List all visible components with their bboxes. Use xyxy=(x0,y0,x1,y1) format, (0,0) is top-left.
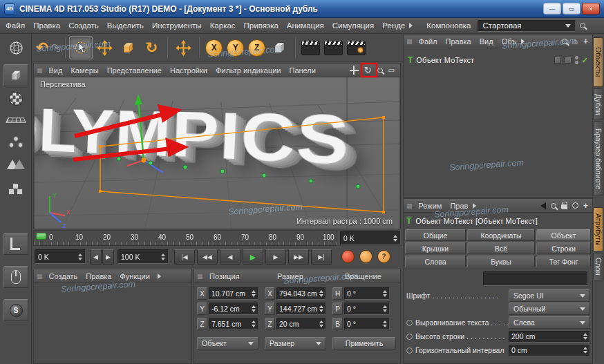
menu-edit[interactable]: Правка xyxy=(29,21,64,30)
add-icon[interactable]: + xyxy=(583,201,588,211)
spinner-arrows-icon[interactable] xyxy=(391,235,397,242)
camera-pan-icon[interactable] xyxy=(350,66,359,75)
om-menu-edit[interactable]: Правка xyxy=(442,37,475,46)
tab-object[interactable]: Объект xyxy=(536,229,591,241)
menu-snap[interactable]: Привязка xyxy=(240,21,283,30)
polygons-mode-button[interactable] xyxy=(0,183,32,195)
functions-menu[interactable]: Функции xyxy=(117,272,153,280)
menu-tools[interactable]: Инструменты xyxy=(148,21,206,30)
search-icon[interactable] xyxy=(580,23,585,28)
coordinate-system-button[interactable] xyxy=(267,36,291,59)
layout-select[interactable]: Стартовая xyxy=(478,20,576,32)
apply-button[interactable]: Применить xyxy=(332,337,396,349)
position-x-field[interactable]: 10.707 cm xyxy=(209,287,258,300)
lock-icon[interactable] xyxy=(561,204,567,209)
am-menu-edit[interactable]: Прав xyxy=(446,202,471,210)
position-mode-select[interactable]: Объект xyxy=(197,337,258,349)
next-key-button[interactable]: ▶▶ xyxy=(288,249,309,265)
minimize-button[interactable]: — xyxy=(543,3,561,15)
menu-overflow-arrow-icon[interactable] xyxy=(158,274,161,279)
redo-button[interactable]: ↷ xyxy=(51,41,60,54)
camera-label[interactable]: Перспектива xyxy=(40,80,86,88)
last-used-tool[interactable] xyxy=(171,36,195,59)
playhead-marker[interactable] xyxy=(36,233,46,240)
step-forward-button[interactable]: ▶ xyxy=(102,249,114,265)
am-menu-mode[interactable]: Режим xyxy=(415,202,446,210)
axis-mode-button[interactable] xyxy=(0,233,32,255)
viewport-navigation-button[interactable] xyxy=(0,266,32,288)
spinner-arrows-icon[interactable] xyxy=(581,333,587,340)
visibility-dots-icon[interactable] xyxy=(575,56,578,64)
menu-overflow-arrow-icon[interactable] xyxy=(473,203,476,209)
font-style-select[interactable]: Обычный xyxy=(509,303,590,315)
spinner-arrows-icon[interactable] xyxy=(317,320,323,327)
go-to-end-button[interactable]: ▶| xyxy=(311,249,332,265)
hspace-field[interactable]: 0 cm xyxy=(509,345,590,356)
menu-select[interactable]: Выделить xyxy=(103,21,148,30)
lock-x-axis-button[interactable]: X xyxy=(205,39,223,57)
camera-zoom-icon[interactable] xyxy=(377,68,383,73)
edges-mode-button[interactable] xyxy=(0,160,32,169)
spinner-arrows-icon[interactable] xyxy=(159,253,165,260)
om-menu-file[interactable]: Файл xyxy=(415,37,441,46)
undo-button[interactable]: ↶ xyxy=(36,39,48,56)
track-icon[interactable] xyxy=(572,202,578,209)
move-tool[interactable] xyxy=(93,36,116,59)
menu-render[interactable]: Ренде xyxy=(378,21,409,30)
play-button[interactable]: ▶ xyxy=(243,249,263,265)
timeline-ruler[interactable]: 0 10 20 30 40 50 60 70 80 90 100 xyxy=(33,230,337,246)
om-menu-view[interactable]: Вид xyxy=(476,37,497,46)
home-icon[interactable]: ⌂ xyxy=(573,37,578,46)
menu-overflow-arrow-icon[interactable] xyxy=(409,23,413,28)
layer-toggle-icon[interactable] xyxy=(565,57,572,64)
menu-file[interactable]: Файл xyxy=(1,21,29,30)
spinner-arrows-icon[interactable] xyxy=(249,305,256,312)
record-options-button[interactable]: ? xyxy=(377,250,390,263)
edit-menu[interactable]: Правка xyxy=(82,272,115,280)
menu-simulate[interactable]: Симуляция xyxy=(328,21,378,30)
spinner-arrows-icon[interactable] xyxy=(381,290,387,297)
om-menu-objects[interactable]: Объ xyxy=(498,37,520,46)
side-tab-objects[interactable]: Объекты xyxy=(593,37,603,87)
rotation-b-field[interactable]: 0 ° xyxy=(344,318,390,330)
side-tab-takes[interactable]: Дубли xyxy=(593,88,603,120)
live-selection-tool[interactable] xyxy=(69,36,93,59)
enabled-check-icon[interactable]: ✓ xyxy=(582,56,588,65)
rotation-h-field[interactable]: 0 ° xyxy=(344,287,390,300)
maximize-button[interactable]: ▭ xyxy=(563,3,581,15)
material-button[interactable]: S xyxy=(0,299,32,321)
grip-icon[interactable]: ▦ xyxy=(37,67,43,74)
rotation-p-field[interactable]: 0 ° xyxy=(344,303,390,315)
rotate-tool[interactable]: ↻ xyxy=(140,36,163,59)
size-z-field[interactable]: 20 cm xyxy=(276,318,326,330)
keyframe-dot-icon[interactable] xyxy=(406,334,413,340)
size-x-field[interactable]: 794.043 cm xyxy=(276,287,326,300)
grip-icon[interactable]: ▦ xyxy=(406,202,413,209)
tab-words[interactable]: Слова xyxy=(405,256,466,267)
viewport-menu-cameras[interactable]: Камеры xyxy=(67,66,102,75)
previous-key-button[interactable]: ◀◀ xyxy=(197,249,218,265)
create-menu[interactable]: Создать xyxy=(46,272,82,280)
add-icon[interactable]: + xyxy=(583,37,588,46)
layer-toggle-icon[interactable] xyxy=(554,57,561,64)
model-mode-button[interactable] xyxy=(0,64,32,86)
grip-icon[interactable]: ▦ xyxy=(406,38,413,45)
side-tab-browser[interactable]: Браузер библиоте xyxy=(593,122,603,196)
spinner-arrows-icon[interactable] xyxy=(317,305,323,312)
menu-create[interactable]: Создать xyxy=(64,21,103,30)
history-back-icon[interactable] xyxy=(540,202,546,209)
menu-mesh[interactable]: Каркас xyxy=(206,21,240,30)
viewport-menu-filter[interactable]: Фильтр индикации xyxy=(212,66,285,75)
position-z-field[interactable]: 7.651 cm xyxy=(209,318,258,330)
render-settings-button[interactable] xyxy=(347,41,366,55)
camera-rotate-icon[interactable]: ↻ xyxy=(364,67,372,74)
tab-all[interactable]: Всё xyxy=(467,242,535,254)
tab-coordinates[interactable]: Координаты xyxy=(467,229,535,241)
grip-icon[interactable]: ▦ xyxy=(197,273,203,280)
keyframe-dot-icon[interactable] xyxy=(406,347,413,354)
lock-z-axis-button[interactable]: Z xyxy=(248,39,265,57)
tab-basic[interactable]: Общие xyxy=(405,229,466,241)
world-mode-button[interactable] xyxy=(0,41,32,55)
go-to-start-button[interactable]: |◀ xyxy=(174,249,195,265)
range-end-field[interactable]: 100 K xyxy=(117,249,169,264)
